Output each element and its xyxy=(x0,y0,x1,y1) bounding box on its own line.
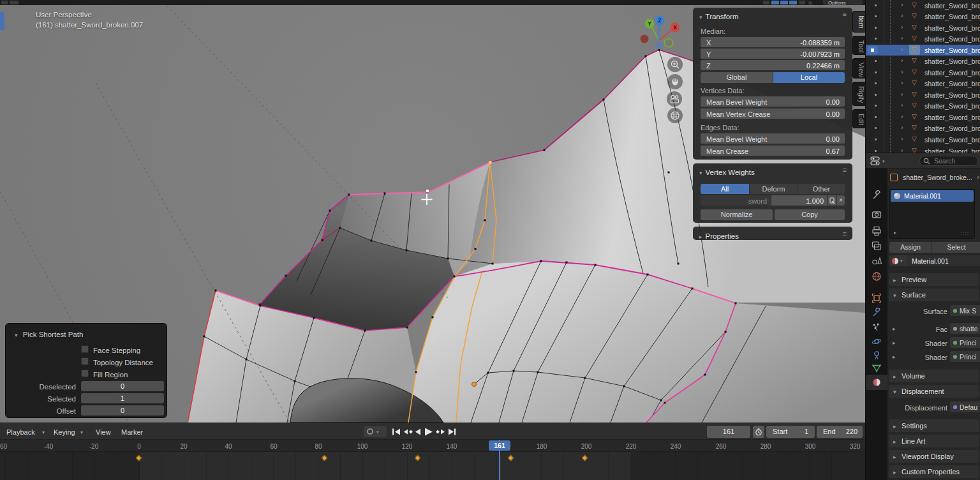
global-button[interactable]: Global xyxy=(701,72,773,83)
orthographic-toggle-button[interactable] xyxy=(667,108,683,123)
proportional-icon-fragment[interactable] xyxy=(799,1,805,4)
panel-menu-icon[interactable]: ≡ xyxy=(843,230,847,237)
offset-field[interactable]: 0 xyxy=(81,405,164,416)
keyframe-diamond[interactable] xyxy=(415,455,421,461)
material-icon[interactable] xyxy=(872,377,882,387)
vw-tab-deform[interactable]: Deform xyxy=(750,184,798,194)
shader-value[interactable]: Princi xyxy=(950,337,980,348)
tab-tool[interactable]: Tool xyxy=(852,36,865,55)
tab-view[interactable]: View xyxy=(852,58,865,79)
shader-value[interactable]: Princi xyxy=(950,351,980,362)
toggle-on-fragment[interactable] xyxy=(771,1,779,4)
vw-tab-other[interactable]: Other xyxy=(798,184,845,194)
tab-rigify[interactable]: Rigify xyxy=(852,82,865,106)
delete-weight-button[interactable]: × xyxy=(837,195,845,206)
face-stepping-checkbox[interactable] xyxy=(81,345,89,353)
object-icon[interactable] xyxy=(872,293,882,303)
expand-chevron-icon[interactable]: › xyxy=(901,123,903,131)
selected-field[interactable]: 1 xyxy=(81,393,164,403)
panel-volume[interactable]: ▸Volume xyxy=(889,370,979,382)
snap-icon-fragment[interactable] xyxy=(763,1,769,4)
outliner-row[interactable]: ›▽shatter_Sword_bro xyxy=(866,112,980,123)
menu-marker[interactable]: Marker xyxy=(121,428,143,436)
material-slot-selected[interactable]: Material.001 xyxy=(891,190,974,202)
outliner-row-selected[interactable]: › ▽ shatter_Sword_bro xyxy=(866,45,980,56)
expand-chevron-icon[interactable]: › xyxy=(901,34,903,41)
panel-line-art[interactable]: ▸Line Art xyxy=(889,435,979,447)
editor-type-icon[interactable] xyxy=(870,156,882,166)
expand-chevron-icon[interactable]: › xyxy=(901,146,903,153)
mean-bevel-weight-edge-field[interactable]: Mean Bevel Weight0.00 xyxy=(701,133,845,144)
modifiers-icon[interactable] xyxy=(872,308,882,318)
view-layer-icon[interactable] xyxy=(872,241,882,251)
outliner-row[interactable]: ›▽shatter_Sword_bro xyxy=(866,89,980,100)
expand-chevron-icon[interactable]: › xyxy=(901,90,903,98)
toggle-on-fragment[interactable] xyxy=(789,1,797,4)
topology-distance-checkbox[interactable] xyxy=(81,357,89,365)
frame-end-field[interactable]: End 220 xyxy=(817,426,863,438)
fill-region-checkbox[interactable] xyxy=(81,370,89,377)
expand-chevron-icon[interactable]: › xyxy=(901,135,903,142)
toggle-on-fragment[interactable] xyxy=(780,1,788,4)
expand-chevron-icon[interactable]: › xyxy=(901,23,903,31)
active-tool-button-fragment[interactable] xyxy=(0,12,4,30)
panel-settings[interactable]: ▸Settings xyxy=(889,419,979,432)
current-frame-badge[interactable]: 161 xyxy=(489,440,510,451)
panel-menu-icon[interactable]: ≡ xyxy=(843,10,847,18)
expand-chevron-icon[interactable]: › xyxy=(901,11,903,19)
median-x-field[interactable]: X-0.088359 m xyxy=(701,37,845,47)
panel-preview[interactable]: ▸Preview xyxy=(889,273,979,286)
playback-controls[interactable] xyxy=(392,426,463,437)
fac-value[interactable]: shatte xyxy=(950,323,980,334)
tab-item[interactable]: Item xyxy=(852,11,865,33)
zoom-button[interactable] xyxy=(667,57,683,72)
timeline-channel-area[interactable] xyxy=(0,452,865,480)
expand-chevron-icon[interactable]: › xyxy=(901,68,903,75)
current-frame-field[interactable]: 161 xyxy=(707,426,750,438)
constraints-icon[interactable] xyxy=(872,350,882,361)
scene-icon[interactable] xyxy=(872,255,882,266)
keyframe-diamond[interactable] xyxy=(508,455,514,461)
render-icon[interactable] xyxy=(872,209,882,220)
expand-chevron-icon[interactable]: › xyxy=(901,79,903,86)
filter-expand-icon[interactable]: ▸ xyxy=(894,230,896,236)
outliner-row[interactable]: ›▽shatter_Sword_bro xyxy=(866,78,980,89)
auto-keying-button[interactable]: ▾ xyxy=(364,426,387,437)
header-icon-fragment[interactable] xyxy=(10,1,19,4)
properties-collapsed-panel[interactable]: ▸Properties ≡ xyxy=(693,227,852,240)
vertex-weight-field[interactable]: 1.000 xyxy=(771,195,828,206)
menu-playback[interactable]: Playback xyxy=(6,428,35,436)
use-preview-range-button[interactable] xyxy=(753,426,764,438)
expand-chevron-icon[interactable]: › xyxy=(901,45,903,53)
copy-weight-button[interactable] xyxy=(828,195,836,206)
world-icon[interactable] xyxy=(872,271,882,281)
mean-bevel-weight-vertex-field[interactable]: Mean Bevel Weight0.00 xyxy=(701,96,845,107)
copy-button[interactable]: Copy xyxy=(775,209,845,220)
pan-button[interactable] xyxy=(667,74,683,89)
outliner-row[interactable]: ›▽shatter_Sword_bro xyxy=(866,123,980,133)
collapse-caret-icon[interactable]: ▾ xyxy=(699,14,702,20)
panel-custom-properties[interactable]: ▸Custom Properties xyxy=(889,465,979,478)
outliner-row[interactable]: ›▽shatter_Sword_bro xyxy=(866,56,980,66)
collapse-caret-icon[interactable]: ▾ xyxy=(699,170,702,176)
expand-chevron-icon[interactable]: › xyxy=(901,112,903,120)
local-button[interactable]: Local xyxy=(773,72,845,83)
timeline-ruler[interactable]: -60 -40 -20 0 20 40 60 80 100 120 140 18… xyxy=(0,440,865,452)
panel-menu-icon[interactable]: ≡ xyxy=(843,166,847,174)
keyframe-diamond[interactable] xyxy=(582,455,588,461)
physics-icon[interactable] xyxy=(872,336,882,347)
header-icon-fragment[interactable] xyxy=(1,1,8,4)
navigation-gizmo[interactable]: Y Z X xyxy=(632,11,687,54)
displacement-value[interactable]: Defau xyxy=(950,401,980,412)
outliner-row[interactable]: ›▽shatter_Sword_bro xyxy=(866,67,980,78)
vertex-group-name[interactable]: sword xyxy=(701,195,771,206)
select-button[interactable]: Select xyxy=(932,242,980,253)
keyframe-diamond[interactable] xyxy=(322,455,328,461)
expand-chevron-icon[interactable]: › xyxy=(901,56,903,64)
particles-icon[interactable] xyxy=(872,322,882,333)
tab-edit[interactable]: Edit xyxy=(852,109,865,128)
camera-view-button[interactable] xyxy=(667,91,682,107)
panel-displacement[interactable]: ▾Displacement xyxy=(889,385,979,398)
outliner-row[interactable]: ›▽shatter_Sword_bro xyxy=(866,134,980,145)
outliner-row[interactable]: ›▽shatter_Sword_bro xyxy=(866,146,980,153)
